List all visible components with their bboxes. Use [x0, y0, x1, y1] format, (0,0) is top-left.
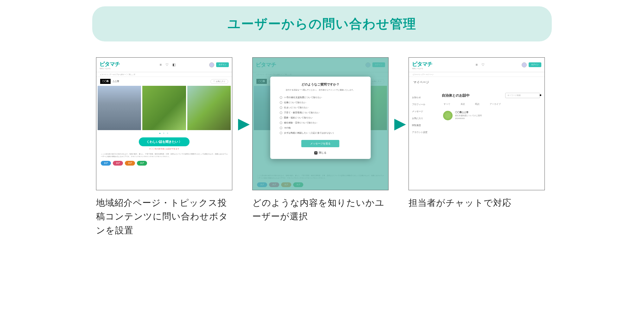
section-title: ユーザーからの問い合わせ管理	[105, 15, 539, 33]
step-caption: どのような内容を知りたいかユーザーが選択	[252, 196, 392, 224]
step-3: ピタマチ 地域とつながる ≡ ♡ ログイン ピタマチトップ > マイページ マイ…	[409, 57, 548, 210]
thread-date: 2024/00/00	[455, 117, 482, 120]
step-1: ピタマチ 地域とつながる ≡ ♡ ◧ ログイン ピタマチトップ > エリアから探…	[96, 57, 235, 237]
sidebar-item[interactable]: お知らせ	[411, 94, 435, 101]
breadcrumb[interactable]: ピタマチトップ > エリアから探す > 〇〇県△△市	[96, 72, 232, 77]
arrow-icon: ▶	[394, 114, 406, 132]
image-carousel[interactable]	[96, 86, 232, 130]
main-panel: 自治体とのお話中 キーワード検索 すべて 未読 既読 アーカイブ 〇〇県△△市 …	[437, 90, 544, 190]
nav-item[interactable]: ♡	[481, 63, 485, 67]
top-nav: ≡ ♡	[476, 63, 485, 67]
option-label: まずは気軽に相談したい（上記に当てはまらない）	[284, 131, 335, 135]
logo-area: ピタマチ 地域とつながる	[100, 60, 120, 69]
inquiry-option[interactable]: 移住体験・見学について知りたい	[277, 120, 364, 125]
radio-icon	[280, 111, 282, 114]
sidebar-item[interactable]: お気に入り	[411, 115, 435, 122]
cta-subtext: ※〇〇市の担当者とお話ができます	[96, 148, 232, 150]
inquiry-option[interactable]: ○○市の移住支援制度について知りたい	[277, 95, 364, 100]
option-label: 医療・福祉について知りたい	[284, 116, 313, 119]
sidebar-item[interactable]: 閲覧履歴	[411, 122, 435, 129]
nav-item[interactable]: ◧	[172, 63, 176, 67]
tab[interactable]: アーカイブ	[490, 103, 501, 106]
step-caption: 担当者がチャットで対応	[409, 196, 548, 210]
radio-icon	[280, 106, 282, 109]
nav-item[interactable]: ≡	[160, 63, 162, 67]
inquiry-option[interactable]: その他	[277, 125, 364, 130]
avatar[interactable]	[522, 62, 527, 67]
flow-diagram: ピタマチ 地域とつながる ≡ ♡ ◧ ログイン ピタマチトップ > エリアから探…	[84, 57, 560, 237]
logo-text[interactable]: ピタマチ	[412, 60, 432, 68]
sidebar-item[interactable]: アカウント設定	[411, 129, 435, 136]
inquiry-cta-button[interactable]: くわしい話を聞きたい 〉	[139, 137, 190, 146]
inquiry-option[interactable]: 仕事について知りたい	[277, 100, 364, 105]
inquiry-option[interactable]: まずは気軽に相談したい（上記に当てはまらない）	[277, 130, 364, 135]
nav-item[interactable]: ♡	[165, 63, 169, 67]
sidebar-item[interactable]: メッセージ	[411, 108, 435, 115]
topbar-right: ログイン	[209, 62, 229, 67]
section-header: ユーザーからの問い合わせ管理	[92, 6, 552, 41]
step-caption: 地域紹介ページ・トピックス投稿コンテンツに問い合わせボタンを設置	[96, 196, 235, 237]
carousel-image	[98, 86, 141, 130]
tab[interactable]: すべて	[444, 103, 450, 106]
breadcrumb[interactable]: ピタマチトップ > マイページ	[409, 72, 544, 77]
radio-icon	[280, 132, 282, 134]
thread-subject: 移住支援制度についてのご質問	[455, 114, 482, 117]
login-button[interactable]: ログイン	[216, 62, 229, 67]
close-button[interactable]: ✕ 閉じる	[277, 151, 364, 154]
radio-icon	[280, 96, 282, 99]
tab[interactable]: 既読	[475, 103, 480, 106]
region-tag: 〇〇県	[100, 79, 111, 84]
thread-info: 〇〇県△△市 移住支援制度についてのご質問 2024/00/00	[455, 111, 482, 120]
carousel-image	[187, 86, 231, 130]
inquiry-modal: どのようなご質問ですか？ 該当する項目を一つ選んでください。 担当者からチャット…	[270, 77, 371, 159]
avatar[interactable]	[209, 62, 214, 67]
sidebar: お知らせ プロフィール メッセージ お気に入り 閲覧履歴 アカウント設定	[409, 90, 437, 190]
thread-name: 〇〇県△△市	[455, 111, 482, 114]
step-2: ピタマチ ログイン ピタマチトップ > エリアから探す > 〇〇県△△市 〇〇県…	[252, 57, 392, 224]
topbar: ピタマチ 地域とつながる ≡ ♡ ログイン	[409, 58, 544, 72]
radio-icon	[280, 101, 282, 104]
favorite-button[interactable]: ♡ お気に入り	[210, 79, 228, 84]
mockup-chat-page: ピタマチ 地域とつながる ≡ ♡ ログイン ピタマチトップ > マイページ マイ…	[409, 57, 545, 190]
login-button[interactable]: ログイン	[529, 62, 541, 67]
mockup-inquiry-modal: ピタマチ ログイン ピタマチトップ > エリアから探す > 〇〇県△△市 〇〇県…	[252, 57, 389, 190]
option-label: その他	[284, 126, 291, 129]
tag-row: タグ タグ タグ タグ	[96, 158, 232, 169]
category-tag[interactable]: タグ	[125, 161, 135, 166]
carousel-pager[interactable]: ● ○ ○	[96, 130, 232, 136]
page-title: マイページ	[409, 77, 544, 85]
mockup-region-page: ピタマチ 地域とつながる ≡ ♡ ◧ ログイン ピタマチトップ > エリアから探…	[96, 57, 232, 190]
option-label: 仕事について知りたい	[284, 101, 306, 104]
category-tag[interactable]: タグ	[137, 161, 147, 166]
region-name: △△市	[113, 80, 119, 83]
close-label: 閉じる	[319, 151, 326, 154]
inquiry-option[interactable]: 医療・福祉について知りたい	[277, 115, 364, 120]
modal-title: どのようなご質問ですか？	[277, 82, 364, 87]
thread-avatar	[443, 111, 453, 120]
category-tag[interactable]: タグ	[101, 161, 111, 166]
topbar: ピタマチ 地域とつながる ≡ ♡ ◧ ログイン	[96, 58, 232, 72]
inquiry-option[interactable]: 住まいについて知りたい	[277, 105, 364, 110]
carousel-image	[142, 86, 186, 130]
logo-text[interactable]: ピタマチ	[100, 60, 120, 68]
nav-item[interactable]: ≡	[476, 63, 478, 67]
chat-thread-item[interactable]: 〇〇県△△市 移住支援制度についてのご質問 2024/00/00	[442, 109, 540, 122]
category-tag[interactable]: タグ	[113, 161, 123, 166]
radio-icon	[280, 127, 282, 129]
mypage-layout: お知らせ プロフィール メッセージ お気に入り 閲覧履歴 アカウント設定 自治体…	[409, 90, 544, 190]
send-message-button[interactable]: メッセージを送る	[301, 140, 339, 147]
radio-icon	[280, 117, 282, 119]
top-nav: ≡ ♡ ◧	[160, 63, 176, 67]
close-icon: ✕	[314, 151, 318, 154]
page-title-row: 〇〇県 △△市 ♡ お気に入り	[96, 77, 232, 86]
radio-icon	[280, 122, 282, 124]
inquiry-option[interactable]: 子育て・教育環境について知りたい	[277, 110, 364, 115]
logo-tagline: 地域とつながる	[100, 68, 120, 69]
search-input[interactable]: キーワード検索	[505, 93, 540, 98]
tab[interactable]: 未読	[460, 103, 465, 106]
sidebar-item[interactable]: プロフィール	[411, 101, 435, 108]
option-label: 移住体験・見学について知りたい	[284, 121, 317, 124]
modal-subtitle: 該当する項目を一つ選んでください。 担当者からチャットでご連絡いたします。	[277, 89, 364, 91]
region-description: ここに自治体の紹介文が表示されます。地域の魅力、暮らし、子育て環境、移住支援制度…	[96, 153, 232, 158]
option-label: 住まいについて知りたい	[284, 106, 308, 109]
